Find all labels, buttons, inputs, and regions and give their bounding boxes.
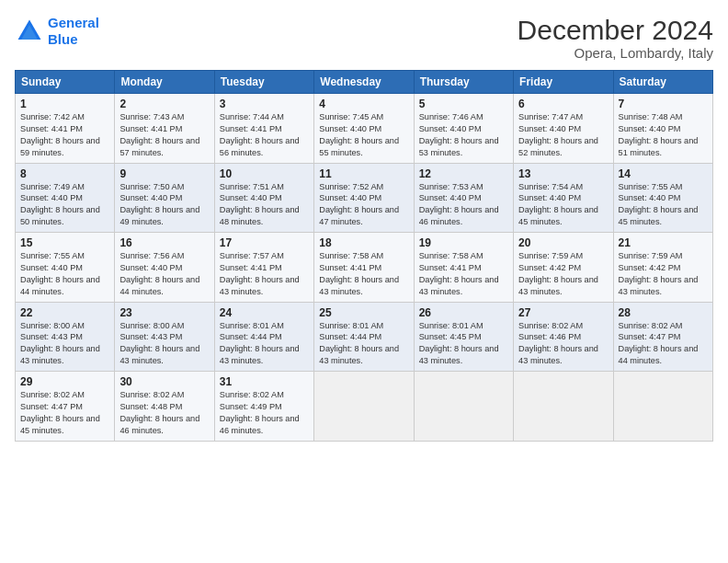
day-number: 12 [419, 167, 508, 180]
logo: General Blue [15, 15, 99, 48]
day-cell: 2 Sunrise: 7:43 AMSunset: 4:41 PMDayligh… [115, 94, 214, 164]
day-info: Sunrise: 7:44 AMSunset: 4:41 PMDaylight:… [220, 112, 300, 157]
day-info: Sunrise: 7:56 AMSunset: 4:40 PMDaylight:… [119, 251, 199, 296]
day-cell: 16 Sunrise: 7:56 AMSunset: 4:40 PMDaylig… [115, 233, 214, 303]
day-info: Sunrise: 7:50 AMSunset: 4:40 PMDaylight:… [119, 182, 199, 227]
day-cell [613, 372, 712, 442]
day-cell: 13 Sunrise: 7:54 AMSunset: 4:40 PMDaylig… [514, 163, 613, 233]
day-number: 9 [119, 167, 209, 180]
day-cell: 30 Sunrise: 8:02 AMSunset: 4:48 PMDaylig… [115, 372, 214, 442]
day-number: 15 [20, 236, 109, 249]
day-info: Sunrise: 7:59 AMSunset: 4:42 PMDaylight:… [619, 251, 699, 296]
calendar-table: SundayMondayTuesdayWednesdayThursdayFrid… [15, 70, 713, 442]
day-info: Sunrise: 7:53 AMSunset: 4:40 PMDaylight:… [419, 182, 499, 227]
day-info: Sunrise: 8:02 AMSunset: 4:49 PMDaylight:… [220, 390, 300, 435]
day-cell [514, 372, 613, 442]
day-cell [414, 372, 513, 442]
day-cell: 28 Sunrise: 8:02 AMSunset: 4:47 PMDaylig… [613, 302, 712, 372]
day-cell: 12 Sunrise: 7:53 AMSunset: 4:40 PMDaylig… [414, 163, 513, 233]
day-number: 2 [119, 98, 209, 110]
main-title: December 2024 [518, 15, 713, 45]
day-number: 25 [319, 306, 408, 319]
day-info: Sunrise: 7:47 AMSunset: 4:40 PMDaylight:… [518, 112, 598, 157]
logo-icon [15, 17, 44, 46]
day-cell: 17 Sunrise: 7:57 AMSunset: 4:41 PMDaylig… [214, 233, 313, 303]
day-cell: 31 Sunrise: 8:02 AMSunset: 4:49 PMDaylig… [214, 372, 313, 442]
day-info: Sunrise: 8:02 AMSunset: 4:47 PMDaylight:… [619, 321, 699, 366]
day-number: 7 [619, 98, 708, 110]
day-cell: 1 Sunrise: 7:42 AMSunset: 4:41 PMDayligh… [16, 94, 115, 164]
day-cell: 27 Sunrise: 8:02 AMSunset: 4:46 PMDaylig… [514, 302, 613, 372]
logo-text: General Blue [48, 15, 99, 48]
day-number: 1 [20, 98, 109, 110]
header-row: SundayMondayTuesdayWednesdayThursdayFrid… [16, 71, 713, 94]
day-cell: 14 Sunrise: 7:55 AMSunset: 4:40 PMDaylig… [613, 163, 712, 233]
day-number: 26 [419, 306, 508, 319]
day-cell: 6 Sunrise: 7:47 AMSunset: 4:40 PMDayligh… [514, 94, 613, 164]
day-number: 16 [119, 236, 209, 249]
day-cell: 25 Sunrise: 8:01 AMSunset: 4:44 PMDaylig… [314, 302, 414, 372]
day-info: Sunrise: 7:52 AMSunset: 4:40 PMDaylight:… [319, 182, 399, 227]
day-info: Sunrise: 7:49 AMSunset: 4:40 PMDaylight:… [20, 182, 100, 227]
day-info: Sunrise: 7:43 AMSunset: 4:41 PMDaylight:… [119, 112, 199, 157]
day-cell: 20 Sunrise: 7:59 AMSunset: 4:42 PMDaylig… [514, 233, 613, 303]
day-number: 8 [20, 167, 109, 180]
day-info: Sunrise: 7:46 AMSunset: 4:40 PMDaylight:… [419, 112, 499, 157]
title-section: December 2024 Opera, Lombardy, Italy [518, 15, 713, 61]
day-cell: 29 Sunrise: 8:02 AMSunset: 4:47 PMDaylig… [16, 372, 115, 442]
day-number: 30 [119, 375, 209, 388]
day-info: Sunrise: 7:42 AMSunset: 4:41 PMDaylight:… [20, 112, 100, 157]
day-number: 31 [220, 375, 309, 388]
day-number: 3 [220, 98, 309, 110]
col-header-thursday: Thursday [414, 71, 513, 94]
day-info: Sunrise: 8:02 AMSunset: 4:47 PMDaylight:… [20, 390, 100, 435]
day-cell: 10 Sunrise: 7:51 AMSunset: 4:40 PMDaylig… [214, 163, 313, 233]
day-cell: 8 Sunrise: 7:49 AMSunset: 4:40 PMDayligh… [16, 163, 115, 233]
day-cell: 24 Sunrise: 8:01 AMSunset: 4:44 PMDaylig… [214, 302, 313, 372]
week-row-2: 8 Sunrise: 7:49 AMSunset: 4:40 PMDayligh… [16, 163, 713, 233]
day-number: 17 [220, 236, 309, 249]
day-cell: 4 Sunrise: 7:45 AMSunset: 4:40 PMDayligh… [314, 94, 414, 164]
page: General Blue December 2024 Opera, Lombar… [0, 0, 728, 563]
day-number: 20 [518, 236, 608, 249]
day-number: 19 [419, 236, 508, 249]
day-number: 14 [619, 167, 708, 180]
day-info: Sunrise: 7:48 AMSunset: 4:40 PMDaylight:… [619, 112, 699, 157]
day-cell: 15 Sunrise: 7:55 AMSunset: 4:40 PMDaylig… [16, 233, 115, 303]
day-number: 4 [319, 98, 408, 110]
day-number: 5 [419, 98, 508, 110]
day-info: Sunrise: 7:58 AMSunset: 4:41 PMDaylight:… [419, 251, 499, 296]
day-info: Sunrise: 7:55 AMSunset: 4:40 PMDaylight:… [619, 182, 699, 227]
day-number: 10 [220, 167, 309, 180]
day-number: 11 [319, 167, 408, 180]
day-cell [314, 372, 414, 442]
day-cell: 11 Sunrise: 7:52 AMSunset: 4:40 PMDaylig… [314, 163, 414, 233]
col-header-tuesday: Tuesday [214, 71, 313, 94]
week-row-1: 1 Sunrise: 7:42 AMSunset: 4:41 PMDayligh… [16, 94, 713, 164]
day-info: Sunrise: 8:01 AMSunset: 4:44 PMDaylight:… [319, 321, 399, 366]
col-header-wednesday: Wednesday [314, 71, 414, 94]
header: General Blue December 2024 Opera, Lombar… [15, 15, 713, 61]
week-row-4: 22 Sunrise: 8:00 AMSunset: 4:43 PMDaylig… [16, 302, 713, 372]
day-number: 22 [20, 306, 109, 319]
col-header-sunday: Sunday [16, 71, 115, 94]
day-number: 6 [518, 98, 608, 110]
logo-line1: General [48, 15, 99, 30]
day-number: 23 [119, 306, 209, 319]
day-cell: 19 Sunrise: 7:58 AMSunset: 4:41 PMDaylig… [414, 233, 513, 303]
day-info: Sunrise: 8:02 AMSunset: 4:48 PMDaylight:… [119, 390, 199, 435]
day-number: 29 [20, 375, 109, 388]
day-info: Sunrise: 7:57 AMSunset: 4:41 PMDaylight:… [220, 251, 300, 296]
day-number: 27 [518, 306, 608, 319]
day-info: Sunrise: 7:58 AMSunset: 4:41 PMDaylight:… [319, 251, 399, 296]
day-cell: 21 Sunrise: 7:59 AMSunset: 4:42 PMDaylig… [613, 233, 712, 303]
day-cell: 7 Sunrise: 7:48 AMSunset: 4:40 PMDayligh… [613, 94, 712, 164]
col-header-monday: Monday [115, 71, 214, 94]
day-cell: 5 Sunrise: 7:46 AMSunset: 4:40 PMDayligh… [414, 94, 513, 164]
week-row-3: 15 Sunrise: 7:55 AMSunset: 4:40 PMDaylig… [16, 233, 713, 303]
day-cell: 9 Sunrise: 7:50 AMSunset: 4:40 PMDayligh… [115, 163, 214, 233]
day-number: 24 [220, 306, 309, 319]
day-info: Sunrise: 7:45 AMSunset: 4:40 PMDaylight:… [319, 112, 399, 157]
day-number: 18 [319, 236, 408, 249]
day-cell: 22 Sunrise: 8:00 AMSunset: 4:43 PMDaylig… [16, 302, 115, 372]
